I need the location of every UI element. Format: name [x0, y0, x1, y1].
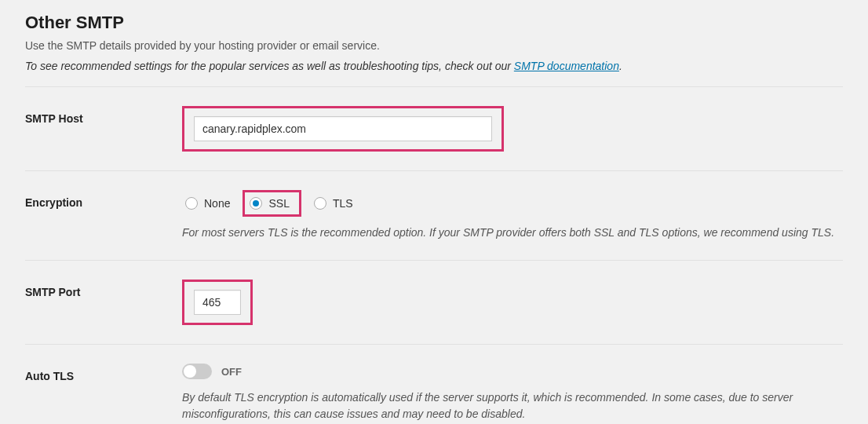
encryption-radio-group: None SSL TLS	[182, 190, 843, 217]
radio-icon	[314, 197, 326, 210]
note-prefix: To see recommended settings for the popu…	[25, 60, 514, 72]
section-title: Other SMTP	[25, 13, 843, 33]
auto-tls-toggle-wrap: OFF	[182, 364, 242, 379]
smtp-documentation-link[interactable]: SMTP documentation	[514, 60, 619, 72]
smtp-port-label: SMTP Port	[25, 280, 182, 298]
field-row-auto-tls: Auto TLS OFF By default TLS encryption i…	[25, 344, 843, 424]
encryption-none-label: None	[204, 197, 230, 210]
field-row-encryption: Encryption None SSL TLS For most servers…	[25, 170, 843, 260]
encryption-ssl-option[interactable]: SSL	[243, 190, 301, 217]
auto-tls-state: OFF	[221, 366, 242, 378]
section-description: Use the SMTP details provided by your ho…	[25, 39, 843, 52]
auto-tls-toggle[interactable]	[182, 364, 212, 379]
radio-icon	[185, 197, 198, 210]
radio-icon-selected	[250, 197, 262, 210]
encryption-help: For most servers TLS is the recommended …	[182, 225, 843, 241]
smtp-port-highlight	[182, 280, 253, 325]
auto-tls-label: Auto TLS	[25, 364, 182, 382]
auto-tls-help: By default TLS encryption is automatical…	[182, 389, 843, 422]
field-row-smtp-host: SMTP Host	[25, 86, 843, 170]
smtp-port-input[interactable]	[194, 290, 241, 315]
smtp-host-highlight	[182, 106, 504, 152]
encryption-tls-label: TLS	[333, 197, 353, 210]
encryption-none-option[interactable]: None	[182, 196, 233, 211]
encryption-tls-option[interactable]: TLS	[311, 196, 356, 211]
section-note: To see recommended settings for the popu…	[25, 60, 843, 72]
smtp-host-label: SMTP Host	[25, 106, 182, 125]
field-row-smtp-port: SMTP Port	[25, 260, 843, 344]
note-suffix: .	[619, 60, 622, 72]
smtp-host-input[interactable]	[194, 116, 492, 141]
encryption-label: Encryption	[25, 190, 182, 209]
encryption-ssl-label: SSL	[268, 197, 289, 210]
